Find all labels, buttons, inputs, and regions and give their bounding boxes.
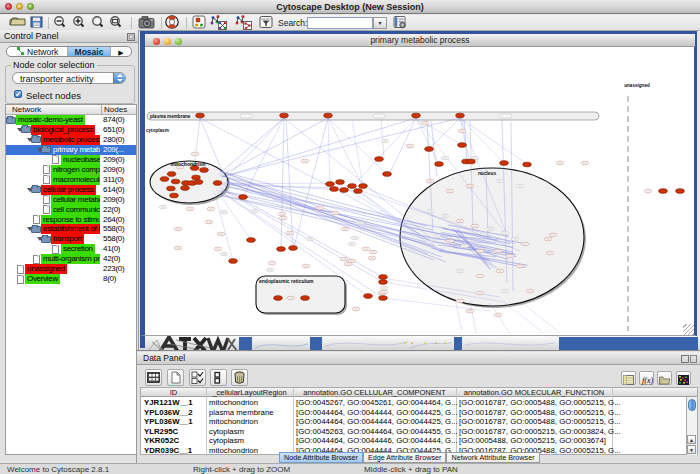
svg-text:mitochondrion: mitochondrion <box>171 161 206 167</box>
svg-text:cytoplasm: cytoplasm <box>146 128 169 133</box>
svg-text:nucleus: nucleus <box>478 171 496 176</box>
svg-text:plasma membrane: plasma membrane <box>150 114 191 119</box>
svg-text:endoplasmic reticulum: endoplasmic reticulum <box>259 278 314 284</box>
svg-text:unassigned: unassigned <box>624 83 650 88</box>
svg-text:f(x): f(x) <box>642 376 653 385</box>
